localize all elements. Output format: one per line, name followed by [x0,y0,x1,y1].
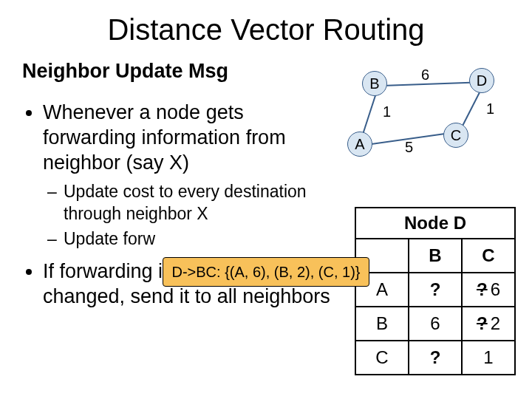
bullet-text: Whenever a node gets forwarding informat… [43,101,286,174]
table-caption: Node D [355,208,515,239]
qmark-struck: ? [477,279,488,300]
bullet-item: Whenever a node gets forwarding informat… [43,100,340,250]
new-value: 6 [491,279,500,300]
network-graph: 6 1 5 1 B D A C [347,65,517,176]
col-header-B: B [409,239,462,273]
dv-table: Node D B C A ? ? 6 B 6 ? 2 [355,207,516,375]
sub-bullet-list: Update cost to every destination through… [43,181,340,250]
sub-bullet-item: Update forw [64,228,340,250]
cell-value: 1 [462,341,515,375]
qmark-struck: ? [477,313,488,334]
cell-value: ? [409,341,462,375]
edge-label-CD: 1 [486,100,494,117]
slide: Distance Vector Routing Neighbor Update … [0,0,532,399]
node-C: C [443,123,468,148]
new-value: 2 [491,313,500,334]
row-dest: B [355,307,409,341]
col-header-C: C [462,239,515,273]
qmark: ? [430,347,441,367]
cell-value: ? [409,273,462,307]
table-row: B 6 ? 2 [355,307,515,341]
table-header-row: B C [355,239,515,273]
node-label: A [355,136,364,153]
node-B: B [362,71,387,96]
node-label: D [477,72,487,89]
page-title: Distance Vector Routing [22,13,510,47]
cell-value: ? 6 [462,273,515,307]
table-row: C ? 1 [355,341,515,375]
node-label: B [369,75,379,92]
cell-value: 6 [409,307,462,341]
node-A: A [347,132,372,157]
cell-value: ? 2 [462,307,515,341]
row-dest: C [355,341,409,375]
qmark: ? [430,279,441,299]
edge-label-BD: 6 [421,66,429,83]
table-caption-row: Node D [355,208,515,239]
edge-label-AB: 1 [383,103,391,120]
sub-bullet-item: Update cost to every destination through… [64,181,340,225]
table-row: A ? ? 6 [355,273,515,307]
update-message-callout: D->BC: {(A, 6), (B, 2), (C, 1)} [163,257,369,287]
node-D: D [469,68,494,93]
node-label: C [451,127,461,144]
edge-label-AC: 5 [405,139,413,156]
